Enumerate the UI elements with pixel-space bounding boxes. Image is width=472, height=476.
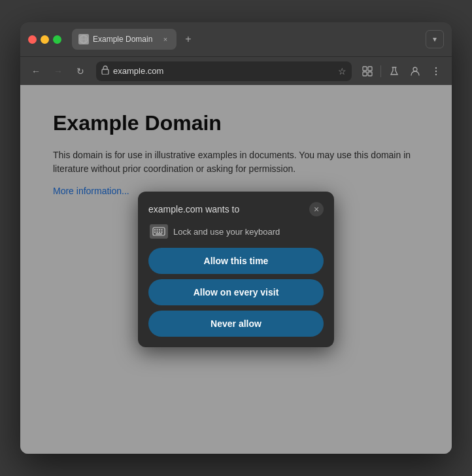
- reload-icon: ↻: [76, 66, 84, 76]
- active-tab[interactable]: Example Domain ×: [72, 29, 177, 50]
- svg-rect-6: [363, 72, 367, 76]
- permission-dialog: example.com wants to ×: [138, 192, 334, 347]
- dialog-backdrop: example.com wants to ×: [20, 85, 452, 454]
- dialog-title: example.com wants to: [148, 204, 239, 214]
- svg-point-9: [435, 67, 437, 68]
- svg-rect-19: [159, 231, 160, 233]
- tabs-menu-button[interactable]: ▾: [426, 30, 444, 48]
- dialog-icon-row: Lock and use your keyboard: [148, 224, 324, 239]
- dialog-close-button[interactable]: ×: [309, 202, 324, 216]
- svg-rect-14: [157, 230, 158, 231]
- tab-close-button[interactable]: ×: [161, 35, 170, 44]
- svg-rect-20: [161, 231, 163, 233]
- svg-point-10: [435, 70, 437, 71]
- maximize-traffic-light[interactable]: [53, 35, 61, 44]
- tab-bar: Example Domain × +: [72, 29, 420, 50]
- keyboard-icon: [150, 224, 168, 239]
- menu-button[interactable]: [427, 62, 445, 80]
- nav-actions: [358, 62, 445, 80]
- new-tab-button[interactable]: +: [179, 30, 197, 48]
- never-allow-button[interactable]: Never allow: [148, 311, 324, 337]
- svg-rect-13: [154, 230, 156, 231]
- svg-rect-16: [161, 230, 163, 231]
- svg-rect-21: [156, 233, 162, 235]
- traffic-lights: [28, 35, 61, 44]
- nav-separator: [380, 65, 381, 77]
- page-content: Example Domain This domain is for use in…: [20, 85, 452, 454]
- svg-rect-15: [159, 230, 160, 231]
- nav-bar: ← → ↻ example.com ☆: [20, 56, 452, 85]
- svg-rect-7: [368, 72, 372, 76]
- svg-rect-18: [157, 231, 158, 233]
- allow-always-button[interactable]: Allow on every visit: [148, 279, 324, 305]
- svg-rect-5: [368, 67, 372, 71]
- back-icon: ←: [31, 66, 41, 76]
- svg-point-11: [435, 73, 437, 75]
- forward-icon: →: [54, 66, 63, 76]
- permission-text: Lock and use your keyboard: [173, 227, 280, 237]
- svg-rect-4: [363, 67, 367, 71]
- close-traffic-light[interactable]: [28, 35, 37, 44]
- flask-button[interactable]: [385, 62, 403, 80]
- reload-button[interactable]: ↻: [71, 62, 90, 80]
- lock-icon: [101, 65, 109, 76]
- tab-title: Example Domain: [93, 35, 157, 44]
- back-button[interactable]: ←: [27, 62, 45, 80]
- dialog-header: example.com wants to ×: [148, 202, 324, 216]
- profile-button[interactable]: [406, 62, 424, 80]
- bookmark-icon[interactable]: ☆: [338, 66, 346, 76]
- allow-once-button[interactable]: Allow this time: [148, 248, 324, 274]
- minimize-traffic-light[interactable]: [41, 35, 49, 44]
- browser-window: Example Domain × + ▾ ← → ↻ example.com ☆: [20, 22, 452, 454]
- forward-button[interactable]: →: [49, 62, 67, 80]
- url-text: example.com: [113, 66, 334, 76]
- tab-favicon-icon: [78, 34, 89, 44]
- address-bar[interactable]: example.com ☆: [96, 61, 352, 81]
- title-bar: Example Domain × + ▾: [20, 22, 452, 56]
- svg-point-8: [413, 67, 417, 71]
- svg-rect-3: [102, 69, 109, 75]
- extensions-button[interactable]: [358, 62, 377, 80]
- svg-rect-17: [154, 231, 156, 233]
